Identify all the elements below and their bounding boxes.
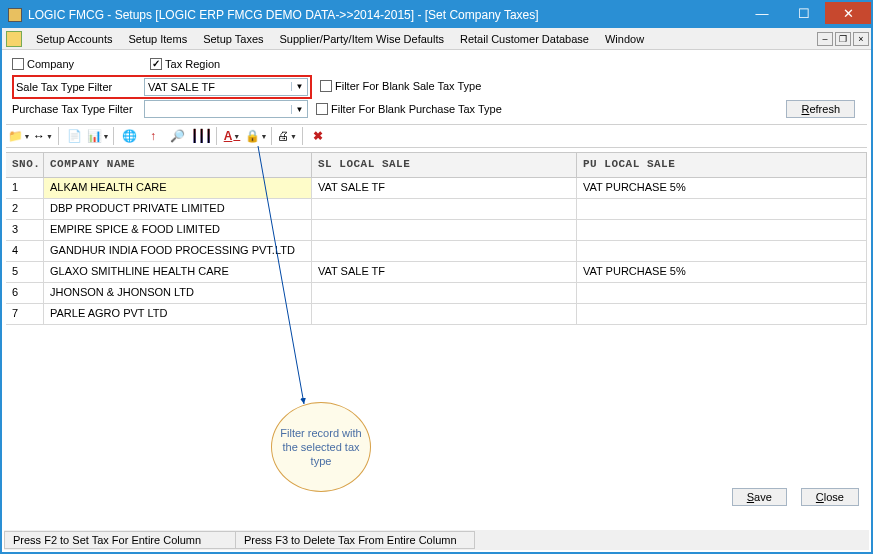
cell-sno: 7 — [6, 304, 44, 324]
table-row[interactable]: 4GANDHUR INDIA FOOD PROCESSING PVT.LTD — [6, 241, 867, 262]
globe-icon[interactable]: 🌐 — [120, 127, 138, 145]
font-icon[interactable]: A▼ — [223, 127, 241, 145]
table-row[interactable]: 5GLAXO SMITHLINE HEALTH CAREVAT SALE TFV… — [6, 262, 867, 283]
cell-company-name[interactable]: DBP PRODUCT PRIVATE LIMITED — [44, 199, 312, 219]
mdi-restore-button[interactable]: ❐ — [835, 32, 851, 46]
cell-pu-local-sale[interactable]: VAT PURCHASE 5% — [577, 262, 867, 282]
menu-supplier-defaults[interactable]: Supplier/Party/Item Wise Defaults — [272, 31, 452, 47]
cell-sno: 3 — [6, 220, 44, 240]
taxregion-label: Tax Region — [165, 58, 220, 70]
cell-company-name[interactable]: PARLE AGRO PVT LTD — [44, 304, 312, 324]
close-form-button[interactable]: Close — [801, 488, 859, 506]
menu-setup-taxes[interactable]: Setup Taxes — [195, 31, 271, 47]
cell-sl-local-sale[interactable]: VAT SALE TF — [312, 178, 577, 198]
menu-retail-db[interactable]: Retail Customer Database — [452, 31, 597, 47]
refresh-button[interactable]: Refresh — [786, 100, 855, 118]
chevron-down-icon[interactable]: ▼ — [291, 82, 307, 91]
col-sl-header[interactable]: SL LOCAL SALE — [312, 153, 577, 177]
table-row[interactable]: 1ALKAM HEALTH CAREVAT SALE TFVAT PURCHAS… — [6, 178, 867, 199]
save-button[interactable]: Save — [732, 488, 787, 506]
fit-icon[interactable]: ↔▼ — [34, 127, 52, 145]
mdi-close-button[interactable]: × — [853, 32, 869, 46]
open-icon[interactable]: 📁▼ — [10, 127, 28, 145]
menu-window[interactable]: Window — [597, 31, 652, 47]
purchase-filter-combo[interactable]: ▼ — [144, 100, 308, 118]
company-checkbox[interactable] — [12, 58, 24, 70]
sale-filter-highlight: Sale Tax Type Filter VAT SALE TF ▼ — [12, 75, 312, 99]
col-sno-header[interactable]: SNO. — [6, 153, 44, 177]
table-row[interactable]: 7PARLE AGRO PVT LTD — [6, 304, 867, 325]
menu-setup-accounts[interactable]: Setup Accounts — [28, 31, 120, 47]
cell-sl-local-sale[interactable] — [312, 220, 577, 240]
menu-bar: Setup Accounts Setup Items Setup Taxes S… — [2, 28, 871, 50]
data-grid: SNO. COMPANY NAME SL LOCAL SALE PU LOCAL… — [6, 152, 867, 325]
cell-company-name[interactable]: GLAXO SMITHLINE HEALTH CARE — [44, 262, 312, 282]
col-name-header[interactable]: COMPANY NAME — [44, 153, 312, 177]
cell-pu-local-sale[interactable] — [577, 241, 867, 261]
form-icon — [6, 31, 22, 47]
mdi-minimize-button[interactable]: – — [817, 32, 833, 46]
cell-sl-local-sale[interactable]: VAT SALE TF — [312, 262, 577, 282]
blank-purchase-checkbox[interactable] — [316, 103, 328, 115]
menu-setup-items[interactable]: Setup Items — [120, 31, 195, 47]
title-bar: LOGIC FMCG - Setups [LOGIC ERP FMCG DEMO… — [2, 2, 871, 28]
cell-sno: 2 — [6, 199, 44, 219]
cell-sl-local-sale[interactable] — [312, 283, 577, 303]
sale-filter-combo[interactable]: VAT SALE TF ▼ — [144, 78, 308, 96]
toolbar: 📁▼ ↔▼ 📄 📊▼ 🌐 ↑ 🔎 ┃┃┃ A▼ 🔒▼ 🖨▼ ✖ — [6, 124, 867, 148]
copy-icon[interactable]: 📄 — [65, 127, 83, 145]
lock-icon[interactable]: 🔒▼ — [247, 127, 265, 145]
cell-sl-local-sale[interactable] — [312, 241, 577, 261]
annotation-callout: Filter record with the selected tax type — [271, 402, 371, 492]
cell-pu-local-sale[interactable] — [577, 304, 867, 324]
status-f2: Press F2 to Set Tax For Entire Column — [4, 531, 236, 549]
print-icon[interactable]: 🖨▼ — [278, 127, 296, 145]
cell-sno: 4 — [6, 241, 44, 261]
cell-pu-local-sale[interactable] — [577, 283, 867, 303]
blank-sale-label: Filter For Blank Sale Tax Type — [335, 80, 481, 92]
taxregion-checkbox[interactable] — [150, 58, 162, 70]
table-row[interactable]: 2DBP PRODUCT PRIVATE LIMITED — [6, 199, 867, 220]
chevron-down-icon[interactable]: ▼ — [291, 105, 307, 114]
cell-sl-local-sale[interactable] — [312, 304, 577, 324]
blank-sale-checkbox[interactable] — [320, 80, 332, 92]
close-button[interactable]: ✕ — [825, 2, 871, 24]
cell-company-name[interactable]: EMPIRE SPICE & FOOD LIMITED — [44, 220, 312, 240]
cell-company-name[interactable]: GANDHUR INDIA FOOD PROCESSING PVT.LTD — [44, 241, 312, 261]
status-bar: Press F2 to Set Tax For Entire Column Pr… — [4, 530, 869, 550]
cell-sno: 6 — [6, 283, 44, 303]
cell-company-name[interactable]: ALKAM HEALTH CARE — [44, 178, 312, 198]
table-row[interactable]: 3EMPIRE SPICE & FOOD LIMITED — [6, 220, 867, 241]
purchase-filter-label: Purchase Tax Type Filter — [12, 103, 144, 115]
cell-sl-local-sale[interactable] — [312, 199, 577, 219]
maximize-button[interactable]: ☐ — [783, 2, 825, 24]
app-icon — [8, 8, 22, 22]
col-pu-header[interactable]: PU LOCAL SALE — [577, 153, 867, 177]
blank-purchase-label: Filter For Blank Purchase Tax Type — [331, 103, 502, 115]
sale-filter-label: Sale Tax Type Filter — [16, 81, 144, 93]
delete-icon[interactable]: ✖ — [309, 127, 327, 145]
excel-icon[interactable]: 📊▼ — [89, 127, 107, 145]
sale-filter-value: VAT SALE TF — [145, 81, 291, 93]
cell-sno: 5 — [6, 262, 44, 282]
cell-sno: 1 — [6, 178, 44, 198]
minimize-button[interactable]: — — [741, 2, 783, 24]
cell-pu-local-sale[interactable]: VAT PURCHASE 5% — [577, 178, 867, 198]
cell-pu-local-sale[interactable] — [577, 220, 867, 240]
window-title: LOGIC FMCG - Setups [LOGIC ERP FMCG DEMO… — [28, 8, 741, 22]
company-label: Company — [27, 58, 74, 70]
cell-pu-local-sale[interactable] — [577, 199, 867, 219]
status-f3: Press F3 to Delete Tax From Entire Colum… — [235, 531, 475, 549]
chart-icon[interactable]: ┃┃┃ — [192, 127, 210, 145]
table-row[interactable]: 6JHONSON & JHONSON LTD — [6, 283, 867, 304]
cell-company-name[interactable]: JHONSON & JHONSON LTD — [44, 283, 312, 303]
arrow-up-icon[interactable]: ↑ — [144, 127, 162, 145]
find-icon[interactable]: 🔎 — [168, 127, 186, 145]
